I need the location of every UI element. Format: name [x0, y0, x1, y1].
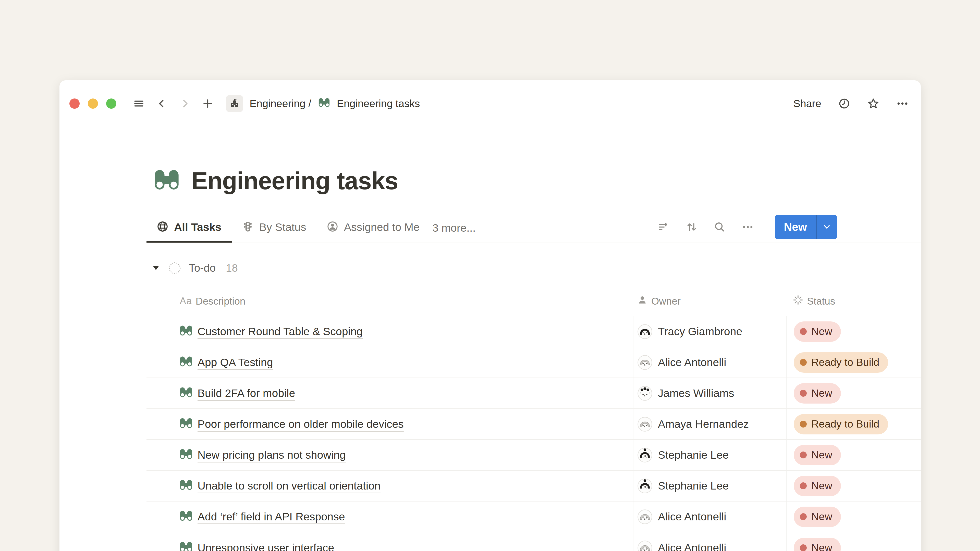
table-row: Customer Round Table & Scoping Tracy Gia… [146, 316, 921, 347]
column-header-description[interactable]: Aa Description [146, 286, 633, 316]
binoculars-icon [179, 478, 193, 493]
column-header-owner[interactable]: Owner [633, 286, 786, 316]
chevron-left-icon[interactable] [156, 97, 168, 110]
description-cell: Unresponsive user interface [146, 532, 633, 551]
owner-cell[interactable]: James Williams [633, 378, 786, 408]
tab-all-tasks[interactable]: All Tasks [146, 211, 232, 243]
binoculars-icon [179, 417, 193, 432]
status-label: New [811, 542, 832, 551]
task-title-link[interactable]: Unable to scroll on vertical orientation [197, 480, 380, 492]
ellipsis-icon[interactable] [896, 97, 908, 110]
avatar [638, 448, 652, 462]
status-badge: New [794, 383, 841, 403]
status-badge: New [794, 476, 841, 496]
status-cell[interactable]: New [786, 440, 921, 470]
task-title-link[interactable]: Customer Round Table & Scoping [197, 325, 363, 338]
plus-icon[interactable] [202, 97, 214, 110]
desktop-background: Engineering / Engineering tasks Share En… [0, 0, 980, 551]
status-label: New [811, 480, 832, 492]
task-title-link[interactable]: Build 2FA for mobile [197, 387, 295, 400]
status-badge: New [794, 445, 841, 465]
owner-cell[interactable]: Alice Antonelli [633, 347, 786, 378]
owner-cell[interactable]: Stephanie Lee [633, 471, 786, 501]
spinner-icon [793, 295, 803, 308]
chevron-right-icon [179, 97, 191, 110]
status-cell[interactable]: New [786, 471, 921, 501]
status-label: Ready to Build [811, 418, 880, 430]
page-title: Engineering tasks [191, 167, 398, 195]
zoom-window-button[interactable] [106, 98, 116, 109]
status-cell[interactable]: Ready to Build [786, 347, 921, 378]
collapse-group-icon[interactable] [151, 264, 160, 272]
status-badge: New [794, 538, 841, 551]
tasks-table: Aa Description Owner Status Customer Rou… [146, 286, 921, 551]
ellipsis-icon[interactable] [741, 221, 754, 233]
star-icon[interactable] [867, 97, 880, 110]
traffic-lights [69, 98, 116, 109]
minimize-window-button[interactable] [88, 98, 98, 109]
group-count: 18 [226, 262, 238, 274]
group-name[interactable]: To-do [189, 262, 216, 274]
breadcrumb-root[interactable]: Engineering / [250, 98, 311, 110]
owner-cell[interactable]: Amaya Hernandez [633, 409, 786, 439]
more-views-button[interactable]: 3 more... [430, 211, 482, 243]
status-dot-icon [800, 359, 807, 366]
view-controls: New [657, 211, 837, 243]
tab-assigned-to-me[interactable]: Assigned to Me [317, 211, 430, 243]
status-dot-icon [800, 513, 807, 520]
status-cell[interactable]: Ready to Build [786, 409, 921, 439]
task-title-link[interactable]: Poor performance on older mobile devices [197, 418, 404, 430]
avatar [638, 355, 652, 370]
close-window-button[interactable] [69, 98, 80, 109]
status-dot-icon [800, 421, 807, 427]
task-title-link[interactable]: Add ‘ref’ field in API Response [197, 510, 345, 523]
avatar [638, 417, 652, 432]
view-tabs: All Tasks By Status Assigned to Me [146, 211, 430, 243]
binoculars-icon [179, 510, 193, 524]
column-header-status[interactable]: Status [786, 286, 921, 316]
owner-cell[interactable]: Tracy Giambrone [633, 316, 786, 347]
description-cell: Build 2FA for mobile [146, 378, 633, 408]
tab-by-status[interactable]: By Status [232, 211, 317, 243]
task-title-link[interactable]: App QA Testing [197, 356, 273, 368]
status-cell[interactable]: New [786, 502, 921, 532]
sort-icon[interactable] [686, 221, 698, 233]
new-button[interactable]: New [775, 215, 816, 239]
status-badge: Ready to Build [794, 352, 888, 373]
status-dot-icon [800, 328, 807, 335]
share-button[interactable]: Share [794, 98, 821, 110]
table-body: Customer Round Table & Scoping Tracy Gia… [146, 316, 921, 551]
owner-name: Alice Antonelli [658, 510, 726, 523]
person-circle-icon [327, 221, 339, 233]
task-title-link[interactable]: Unresponsive user interface [197, 541, 334, 551]
search-icon[interactable] [714, 221, 726, 233]
binoculars-icon[interactable] [153, 167, 180, 194]
status-cell[interactable]: New [786, 532, 921, 551]
owner-name: Tracy Giambrone [658, 325, 742, 338]
binoculars-icon [179, 386, 193, 401]
breadcrumb-page[interactable]: Engineering tasks [337, 98, 420, 110]
status-cell[interactable]: New [786, 316, 921, 347]
owner-cell[interactable]: Alice Antonelli [633, 502, 786, 532]
building-icon[interactable] [226, 95, 243, 112]
hamburger-menu-icon[interactable] [133, 97, 145, 110]
binoculars-icon [179, 540, 193, 551]
avatar [638, 324, 652, 339]
owner-cell[interactable]: Alice Antonelli [633, 532, 786, 551]
clock-icon[interactable] [838, 97, 850, 110]
status-badge: New [794, 507, 841, 527]
task-title-link[interactable]: New pricing plans not showing [197, 449, 346, 461]
topbar-actions: Share [794, 97, 908, 110]
status-label: New [811, 449, 832, 461]
person-icon [637, 295, 648, 308]
status-light-icon [242, 221, 254, 233]
owner-name: James Williams [658, 387, 734, 400]
owner-cell[interactable]: Stephanie Lee [633, 440, 786, 470]
description-cell: Add ‘ref’ field in API Response [146, 502, 633, 532]
chevron-down-icon[interactable] [817, 215, 837, 239]
status-cell[interactable]: New [786, 378, 921, 408]
avatar [638, 540, 652, 551]
filter-icon[interactable] [657, 221, 670, 233]
owner-name: Stephanie Lee [658, 480, 729, 492]
table-row: Unresponsive user interface Alice Antone… [146, 532, 921, 551]
